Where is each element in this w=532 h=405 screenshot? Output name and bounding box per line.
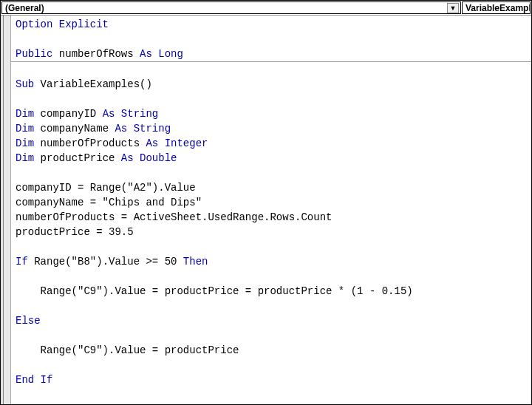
- procedure-dropdown-label: VariableExamples: [466, 3, 531, 13]
- code-editor-area: Option Explicit Public numberOfRows As L…: [1, 16, 531, 404]
- code-token: As Double: [121, 152, 177, 164]
- code-token: numberOfProducts: [34, 137, 146, 149]
- code-token: As String: [103, 108, 159, 120]
- code-token: Dim: [16, 137, 34, 149]
- code-token: Option Explicit: [16, 18, 109, 30]
- code-token: End If: [16, 374, 52, 386]
- code-token: Range("C9").Value = productPrice = produ…: [16, 285, 413, 297]
- code-token: Else: [16, 315, 41, 327]
- code-token: numberOfProducts = ActiveSheet.UsedRange…: [16, 211, 332, 223]
- code-token: productPrice = 39.5: [16, 226, 134, 238]
- breakpoint-gutter[interactable]: [1, 16, 11, 404]
- code-token: companyName: [34, 123, 115, 135]
- code-token: companyName = "Chips and Dips": [16, 197, 202, 208]
- code-token: Public: [16, 48, 52, 60]
- code-token: productPrice: [34, 152, 121, 164]
- code-token: companyID = Range("A2").Value: [16, 182, 196, 194]
- code-token: Then: [183, 256, 208, 268]
- code-window-header: (General) ▼ VariableExamples: [1, 1, 531, 16]
- code-token: numberOfRows: [52, 48, 140, 60]
- code-token: End Sub: [16, 404, 59, 404]
- code-token: As Long: [140, 48, 183, 60]
- code-token: Dim: [16, 152, 34, 164]
- code-token: VariableExamples(): [34, 78, 152, 90]
- code-token: As Integer: [146, 137, 208, 149]
- chevron-down-icon[interactable]: ▼: [447, 3, 459, 13]
- code-token: If: [16, 256, 28, 268]
- vba-code-window: (General) ▼ VariableExamples Option Expl…: [0, 0, 532, 405]
- code-token: Dim: [16, 123, 34, 135]
- code-token: As String: [115, 123, 171, 135]
- code-token: Sub: [16, 78, 34, 90]
- procedure-dropdown[interactable]: VariableExamples: [462, 1, 531, 14]
- code-token: Dim: [16, 108, 34, 120]
- code-token: companyID: [34, 108, 102, 120]
- code-text[interactable]: Option Explicit Public numberOfRows As L…: [11, 16, 531, 404]
- code-token: Range("C9").Value = productPrice: [16, 344, 239, 356]
- object-dropdown-label: (General): [5, 3, 44, 13]
- object-dropdown[interactable]: (General) ▼: [1, 1, 461, 14]
- code-token: Range("B8").Value >= 50: [28, 256, 183, 268]
